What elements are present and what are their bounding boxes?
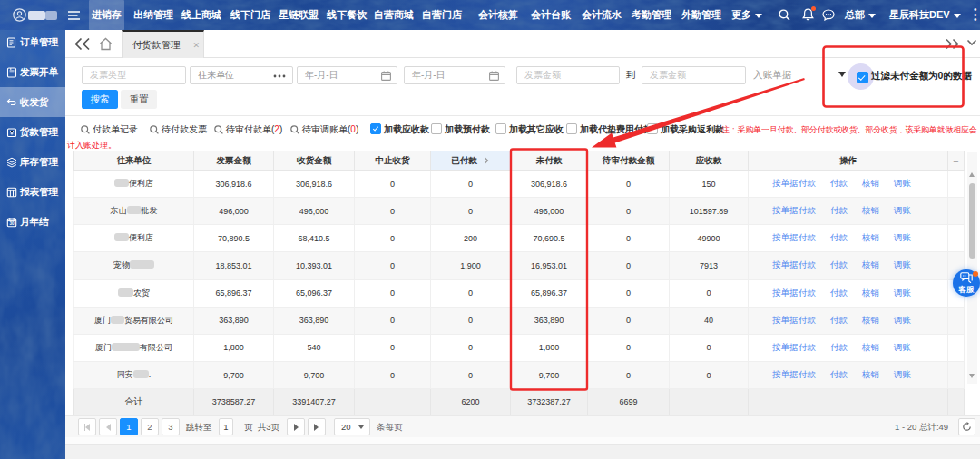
svg-text:30: 30 [9,221,15,226]
